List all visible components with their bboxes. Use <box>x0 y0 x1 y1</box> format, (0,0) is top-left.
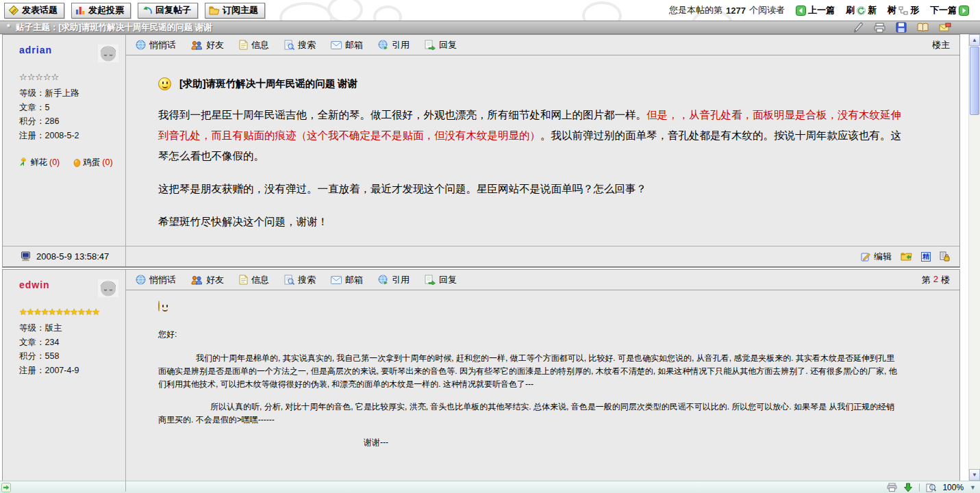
cloud-decoration <box>279 2 333 21</box>
printer-icon[interactable] <box>874 23 885 33</box>
thread-title: 贴子主题：[求助]请斑竹解决十周年民谣的问题 谢谢 <box>16 22 212 34</box>
post-2-paragraph-2: 所以认真的听, 分析, 对比十周年的音色, 它是比较厚实, 洪亮, 音头也比单板… <box>158 401 902 427</box>
quote-label: 引用 <box>392 39 410 51</box>
user-info-list: 等级：新手上路 文章：5 积分：286 注册：2008-5-2 <box>19 86 118 143</box>
top-toolbar: 发表话题 发起投票 回复帖子 订阅主题 您是本帖的第 1277 个阅读者 上一篇 <box>0 0 980 21</box>
reply-topic-icon <box>142 5 153 16</box>
printer-status-icon[interactable] <box>887 483 897 492</box>
prev-arrow-icon <box>796 5 806 16</box>
info-note-icon <box>239 40 248 50</box>
search-icon <box>284 275 294 285</box>
refresh-label-right: 新 <box>868 4 877 16</box>
post-1-title: [求助]请斑竹解决十周年民谣的问题 谢谢 <box>179 73 357 94</box>
username-link[interactable]: edwin <box>19 279 50 290</box>
info-button[interactable]: 信息 <box>239 274 269 286</box>
whisper-button[interactable]: 悄悄话 <box>136 39 176 51</box>
floor-number: 2 <box>933 274 938 286</box>
whisper-label: 悄悄话 <box>149 274 176 286</box>
reader-info: 您是本帖的第 1277 个阅读者 <box>669 4 785 16</box>
send-egg-button[interactable]: 鸡蛋 (0) <box>73 157 112 168</box>
scrollbar-thumb[interactable] <box>970 47 979 115</box>
scroll-down-button[interactable]: ▼ <box>969 469 980 481</box>
post-2-content-cell: 悄悄话 好友 信息 搜 <box>126 270 959 492</box>
caret-down-icon[interactable]: ▼ <box>970 484 976 491</box>
reply-button[interactable]: 回复 <box>425 39 457 51</box>
pen-icon[interactable] <box>853 22 864 33</box>
quote-button[interactable]: 引用 <box>378 274 410 286</box>
reply-topic-button[interactable]: 回复帖子 <box>138 3 198 18</box>
save-icon[interactable] <box>896 22 907 33</box>
refresh-link[interactable]: 刷 新 <box>846 4 877 16</box>
user-info-row: 积分：286 <box>19 114 118 129</box>
smiley-icon <box>158 301 160 312</box>
user-info-row: 文章：234 <box>19 336 118 350</box>
friends-icon <box>191 275 203 285</box>
post-2: edwin ★★★★★★★★★★★ 等级：版主 文章：234 积分：558 注册… <box>2 269 960 493</box>
title-bullet: * <box>7 23 10 32</box>
mail-report-icon[interactable] <box>939 23 951 32</box>
friends-label: 好友 <box>206 274 224 286</box>
download-arrow-icon[interactable] <box>903 483 913 492</box>
post-1-title-row: [求助]请斑竹解决十周年民谣的问题 谢谢 <box>158 73 902 94</box>
tree-label-right: 形 <box>910 4 919 16</box>
info-label: 信息 <box>251 39 269 51</box>
user-info-row: 积分：558 <box>19 349 118 364</box>
tree-view-icon <box>899 6 908 15</box>
tree-view-link[interactable]: 树 形 <box>888 4 919 16</box>
status-bar: 100% ▼ <box>0 481 980 493</box>
edit-label: 编辑 <box>874 251 892 263</box>
floor-suffix: 楼 <box>941 274 950 286</box>
scroll-up-icon: ▲ <box>972 37 977 43</box>
elite-badge-icon[interactable]: 精 <box>921 252 931 262</box>
prev-post-link[interactable]: 上一篇 <box>796 4 835 16</box>
edit-post-button[interactable]: 编辑 <box>861 251 892 263</box>
send-flower-button[interactable]: 鲜花 (0) <box>19 157 60 168</box>
post-1-paragraph-1: 我得到一把星臣十周年民谣吉他，全新的琴。做工很好，外观也漂亮，所有细节处和网上的… <box>158 105 902 166</box>
mailbox-label: 邮箱 <box>345 274 363 286</box>
reply-label: 回复 <box>439 39 457 51</box>
quote-globe-icon <box>378 275 388 285</box>
book-icon[interactable] <box>917 23 929 32</box>
mailbox-label: 邮箱 <box>345 39 363 51</box>
favorite-folder-icon[interactable] <box>901 252 912 261</box>
whisper-button[interactable]: 悄悄话 <box>136 274 176 286</box>
user-info-list: 等级：版主 文章：234 积分：558 注册：2007-4-9 <box>19 321 118 378</box>
avatar <box>98 279 118 297</box>
subscribe-topic-button[interactable]: 订阅主题 <box>205 3 265 18</box>
refresh-label-left: 刷 <box>846 4 855 16</box>
flower-count: (0) <box>49 157 60 167</box>
next-post-link[interactable]: 下一篇 <box>930 4 969 16</box>
computer-icon <box>21 251 32 262</box>
username-link[interactable]: adrian <box>19 45 52 55</box>
scroll-down-icon: ▼ <box>972 472 977 478</box>
info-button[interactable]: 信息 <box>239 39 269 51</box>
user-info-row: 等级：版主 <box>19 321 118 336</box>
title-bar-icons <box>853 22 973 33</box>
mailbox-button[interactable]: 邮箱 <box>331 274 363 286</box>
mailbox-button[interactable]: 邮箱 <box>331 39 363 51</box>
zoom-level: 100% <box>942 483 964 492</box>
post-1-paragraph-2: 这把琴是朋友获赠的，没有弹过。一直放着，最近才发现这个问题。星臣网站不是说面单吗… <box>158 179 902 199</box>
reply-topic-label: 回复帖子 <box>155 4 191 16</box>
search-button[interactable]: 搜索 <box>284 39 316 51</box>
reply-button[interactable]: 回复 <box>425 274 457 286</box>
post-2-toolbar: 悄悄话 好友 信息 搜 <box>126 270 959 290</box>
prev-post-label: 上一篇 <box>808 4 835 16</box>
friends-button[interactable]: 好友 <box>191 274 224 286</box>
thread-title-bar: * 贴子主题：[求助]请斑竹解决十周年民谣的问题 谢谢 <box>0 21 980 34</box>
post-2-paragraph-1: 我们的十周年是棉单的, 其实说真实的, 我自己第一次拿到十周年的时候, 赶和您的… <box>158 352 902 391</box>
cloud-decoration <box>327 0 363 21</box>
friends-button[interactable]: 好友 <box>191 39 224 51</box>
body-row: adrian ☆☆☆☆☆ 等级：新手上路 文章：5 积分：286 注册：2008… <box>0 34 980 481</box>
new-topic-button[interactable]: 发表话题 <box>4 3 64 18</box>
post-2-main: edwin ★★★★★★★★★★★ 等级：版主 文章：234 积分：558 注册… <box>3 270 959 492</box>
scrollbar-track[interactable] <box>969 116 980 469</box>
quote-button[interactable]: 引用 <box>378 39 410 51</box>
lock-doc-icon[interactable] <box>940 251 950 262</box>
start-poll-button[interactable]: 发起投票 <box>71 3 131 18</box>
zoom-magnifier-icon[interactable] <box>926 483 936 492</box>
egg-label: 鸡蛋 <box>83 157 100 168</box>
reply-icon <box>425 40 436 50</box>
search-button[interactable]: 搜索 <box>284 274 316 286</box>
scroll-up-button[interactable]: ▲ <box>969 34 980 46</box>
